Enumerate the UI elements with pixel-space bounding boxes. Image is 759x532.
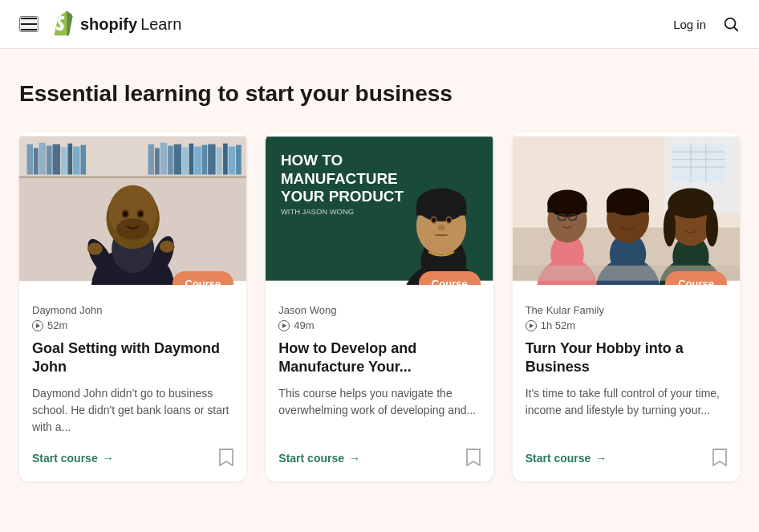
svg-point-56	[448, 217, 452, 222]
card-image-3: Course	[513, 132, 740, 285]
course-badge-1: Course	[172, 271, 234, 285]
logo-area: shopify Learn	[51, 11, 181, 37]
card-author-1: Daymond John	[32, 304, 233, 316]
card-image-1: Course	[19, 132, 246, 285]
bookmark-icon-3	[712, 449, 727, 466]
card-content-2: Jason Wong 49m How to Develop and Manufa…	[266, 285, 493, 481]
svg-rect-73	[547, 201, 586, 212]
svg-rect-15	[160, 143, 167, 175]
bookmark-button-3[interactable]	[712, 449, 727, 469]
card-author-2: Jason Wong	[278, 304, 480, 316]
svg-rect-5	[34, 148, 39, 174]
start-course-button-2[interactable]: Start course →	[278, 452, 360, 465]
course-card-1: Course Daymond John 52m Goal Setting wit…	[19, 132, 246, 481]
card-content-3: The Kular Family 1h 52m Turn Your Hobby …	[513, 285, 740, 481]
search-button[interactable]	[722, 15, 740, 33]
svg-rect-20	[194, 147, 201, 175]
card-footer-2: Start course →	[278, 449, 480, 469]
svg-point-36	[123, 211, 128, 217]
svg-rect-21	[202, 145, 208, 175]
svg-text:HOW TO: HOW TO	[281, 152, 343, 169]
svg-rect-14	[155, 148, 160, 174]
svg-point-88	[705, 209, 717, 246]
svg-rect-81	[607, 201, 649, 213]
svg-rect-24	[223, 144, 228, 175]
svg-rect-9	[61, 148, 67, 175]
svg-line-1	[734, 27, 737, 30]
svg-rect-8	[53, 144, 60, 175]
svg-rect-52	[416, 203, 466, 215]
play-icon-3	[526, 320, 537, 331]
svg-text:YOUR PRODUCT: YOUR PRODUCT	[281, 189, 404, 205]
svg-rect-4	[26, 144, 33, 175]
card-duration-2: 49m	[278, 319, 480, 331]
cards-grid: Course Daymond John 52m Goal Setting wit…	[19, 132, 740, 481]
page-title: Essential learning to start your busines…	[19, 81, 740, 107]
svg-rect-10	[67, 144, 72, 175]
svg-rect-63	[672, 144, 724, 182]
svg-rect-16	[168, 146, 173, 175]
svg-rect-11	[73, 147, 79, 175]
svg-rect-26	[236, 145, 242, 175]
card-author-3: The Kular Family	[526, 304, 727, 316]
card-title-3: Turn Your Hobby into a Business	[526, 339, 727, 377]
svg-point-42	[160, 241, 175, 253]
course-badge-3: Course	[665, 271, 727, 285]
bookmark-button-1[interactable]	[219, 449, 233, 469]
svg-text:WITH JASON WONG: WITH JASON WONG	[281, 207, 354, 216]
card-description-3: It's time to take full control of your t…	[526, 385, 727, 436]
svg-rect-19	[189, 144, 194, 175]
card-image-2: HOW TO MANUFACTURE YOUR PRODUCT WITH JAS…	[266, 132, 493, 285]
header-right: Log in	[673, 15, 740, 33]
start-course-button-3[interactable]: Start course →	[526, 452, 607, 465]
header: shopify Learn Log in	[0, 0, 759, 49]
card-description-1: Daymond John didn't go to business schoo…	[32, 385, 233, 436]
card-title-2: How to Develop and Manufacture Your...	[278, 339, 480, 377]
svg-text:MANUFACTURE: MANUFACTURE	[281, 170, 398, 187]
card-image-jason: HOW TO MANUFACTURE YOUR PRODUCT WITH JAS…	[266, 132, 493, 285]
svg-rect-17	[174, 144, 181, 175]
svg-point-41	[87, 242, 103, 254]
start-course-button-1[interactable]: Start course →	[32, 452, 114, 465]
logo-brand: shopify	[80, 15, 137, 34]
bookmark-icon-2	[466, 449, 481, 466]
svg-rect-12	[80, 145, 86, 175]
svg-rect-18	[182, 148, 189, 175]
svg-rect-13	[148, 144, 155, 175]
course-card-3: Course The Kular Family 1h 52m Turn Your…	[513, 132, 740, 481]
bookmark-button-2[interactable]	[466, 449, 481, 469]
svg-point-87	[664, 209, 676, 246]
play-icon-1	[32, 320, 43, 331]
card-duration-1: 52m	[32, 319, 233, 331]
shopify-logo-icon	[51, 11, 77, 37]
play-icon-2	[278, 320, 290, 331]
main-content: Essential learning to start your busines…	[0, 49, 759, 514]
card-title-1: Goal Setting with Daymond John	[32, 339, 233, 377]
card-content-1: Daymond John 52m Goal Setting with Daymo…	[19, 285, 246, 481]
card-image-daymond	[19, 132, 246, 285]
login-button[interactable]: Log in	[673, 18, 706, 31]
course-badge-2: Course	[419, 271, 481, 285]
svg-rect-22	[208, 144, 215, 175]
card-image-kular	[513, 132, 740, 285]
search-icon	[722, 15, 740, 33]
svg-point-0	[725, 18, 736, 29]
card-description-2: This course helps you navigate the overw…	[278, 385, 480, 436]
svg-rect-25	[229, 147, 235, 175]
header-left: shopify Learn	[19, 11, 181, 37]
logo-product: Learn	[140, 15, 181, 34]
svg-point-55	[432, 217, 436, 222]
svg-rect-7	[47, 146, 52, 175]
card-footer-1: Start course →	[32, 449, 233, 469]
card-duration-3: 1h 52m	[526, 319, 727, 331]
menu-button[interactable]	[19, 16, 39, 32]
svg-rect-6	[39, 143, 46, 175]
svg-point-57	[438, 225, 445, 231]
svg-point-37	[138, 211, 143, 217]
svg-rect-86	[668, 201, 713, 215]
bookmark-icon-1	[219, 449, 233, 466]
svg-rect-23	[217, 148, 223, 175]
course-card-2: HOW TO MANUFACTURE YOUR PRODUCT WITH JAS…	[266, 132, 493, 481]
svg-rect-27	[19, 176, 246, 178]
card-footer-3: Start course →	[526, 449, 727, 469]
